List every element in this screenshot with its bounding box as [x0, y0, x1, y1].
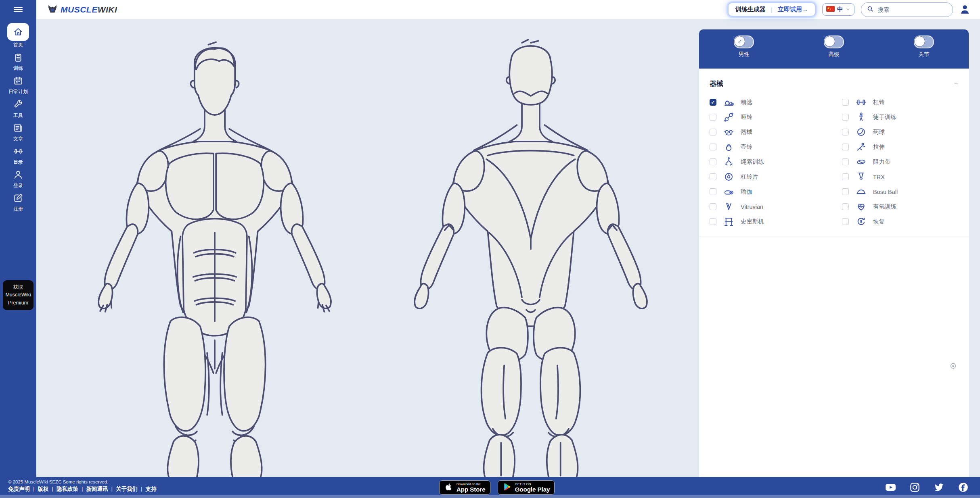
checkbox-bodyweight[interactable] — [842, 114, 849, 121]
sidebar-item-directory[interactable]: 目录 — [0, 144, 36, 165]
equipment-label: Vitruvian — [741, 204, 763, 210]
twitter-icon[interactable] — [934, 482, 944, 493]
equipment-label: 药球 — [873, 128, 885, 136]
checkbox-smith-machine[interactable] — [710, 218, 716, 225]
try-now-link[interactable]: 立即试用→ — [778, 6, 808, 13]
equipment-item-kettlebells[interactable]: 壶铃 — [710, 140, 842, 154]
premium-banner[interactable]: 获取 MuscleWiki Premium — [3, 280, 34, 310]
home-icon — [7, 23, 29, 41]
china-flag-icon — [826, 6, 835, 13]
instagram-icon[interactable] — [909, 482, 920, 493]
equipment-item-plate[interactable]: 杠铃片 — [710, 169, 842, 184]
footer-link-4[interactable]: 关于我们 — [116, 485, 138, 493]
facebook-icon[interactable] — [958, 482, 969, 493]
horizontal-scrollbar[interactable] — [0, 495, 980, 498]
checkbox-featured[interactable]: ✓ — [710, 99, 716, 106]
bodyweight-icon — [854, 112, 868, 123]
settings-gear-icon[interactable] — [950, 363, 957, 371]
equipment-label: TRX — [873, 174, 885, 180]
band-icon — [854, 156, 868, 167]
yoga-icon — [721, 186, 736, 197]
equipment-label: Bosu Ball — [873, 189, 898, 195]
equipment-item-cables[interactable]: 绳索训练 — [710, 154, 842, 169]
equipment-item-stretches[interactable]: 拉伸 — [842, 140, 958, 154]
checkbox-cables[interactable] — [710, 158, 716, 165]
checkbox-dumbbells[interactable] — [710, 114, 716, 121]
toggle-block-joints: 关节 — [879, 35, 969, 58]
equipment-item-dumbbells[interactable]: 哑铃 — [710, 110, 842, 125]
sidebar-item-login[interactable]: 登录 — [0, 168, 36, 188]
sidebar-item-register[interactable]: 注册 — [0, 191, 36, 212]
sidebar-item-home[interactable]: 首页 — [0, 23, 36, 48]
youtube-icon[interactable] — [885, 482, 896, 493]
equipment-item-cardio[interactable]: 有氧训练 — [842, 199, 958, 214]
sidebar-item-label: 日常计划 — [8, 89, 28, 94]
footer-link-1[interactable]: 版权 — [38, 485, 49, 493]
footer-link-2[interactable]: 隐私政策 — [57, 485, 78, 493]
toggle-gender[interactable]: ♂ — [734, 35, 754, 48]
equipment-item-trx[interactable]: TRX — [842, 169, 958, 184]
checkbox-band[interactable] — [842, 158, 849, 165]
front-body-figure[interactable] — [75, 24, 354, 477]
musclewiki-logo-icon — [47, 3, 58, 16]
equipment-label: 壶铃 — [741, 143, 752, 151]
equipment-item-band[interactable]: 阻力带 — [842, 154, 958, 169]
equipment-item-medicine-ball[interactable]: 药球 — [842, 125, 958, 140]
footer-link-0[interactable]: 免责声明 — [8, 485, 30, 493]
equipment-item-vitruvian[interactable]: Vitruvian — [710, 199, 842, 214]
filter-toggles-bar: ♂男性高级关节 — [699, 29, 969, 69]
top-header: MUSCLEWIKI 训练生成器 | 立即试用→ 中 — [36, 0, 980, 19]
equipment-item-recovery[interactable]: 恢复 — [842, 214, 958, 229]
sidebar-item-articles[interactable]: 文章 — [0, 121, 36, 142]
google-play-badge[interactable]: GET IT ONGoogle Play — [498, 480, 555, 495]
featured-icon — [721, 97, 736, 108]
footer-link-5[interactable]: 支持 — [146, 485, 157, 493]
sidebar-item-label: 登录 — [13, 183, 23, 188]
equipment-label: 绳索训练 — [741, 158, 764, 166]
checkbox-kettlebells[interactable] — [710, 144, 716, 150]
checkbox-stretches[interactable] — [842, 144, 849, 150]
checkbox-bosu-ball[interactable] — [842, 188, 849, 195]
footer-link-3[interactable]: 新闻通讯 — [86, 485, 108, 493]
back-body-figure[interactable] — [392, 24, 670, 477]
toggle-block-gender: ♂男性 — [699, 35, 789, 58]
checkbox-trx[interactable] — [842, 173, 849, 180]
sidebar-item-tools[interactable]: 工具 — [0, 98, 36, 118]
account-icon[interactable] — [959, 4, 970, 15]
checkbox-cardio[interactable] — [842, 203, 849, 210]
sidebar-item-workouts[interactable]: 训练 — [0, 50, 36, 71]
musclewiki-app: MUSCLEWIKI 训练生成器 | 立即试用→ 中 — [0, 0, 980, 498]
workout-generator-button[interactable]: 训练生成器 — [735, 6, 766, 13]
equipment-item-featured[interactable]: ✓精选 — [710, 95, 842, 110]
directory-icon — [9, 144, 27, 158]
checkbox-barbell[interactable] — [842, 99, 849, 106]
equipment-label: 杠铃片 — [741, 173, 758, 181]
search-input[interactable] — [877, 6, 947, 13]
equipment-item-bosu-ball[interactable]: Bosu Ball — [842, 184, 958, 199]
equipment-item-yoga[interactable]: 瑜伽 — [710, 184, 842, 199]
hamburger-menu-icon[interactable] — [0, 0, 36, 19]
checkbox-recovery[interactable] — [842, 218, 849, 225]
app-store-badge[interactable]: Download on theApp Store — [439, 480, 490, 495]
equipment-item-barbell[interactable]: 杠铃 — [842, 95, 958, 110]
equipment-item-machine[interactable]: 器械 — [710, 125, 842, 140]
checkbox-medicine-ball[interactable] — [842, 129, 849, 135]
musclewiki-logo[interactable]: MUSCLEWIKI — [47, 3, 117, 16]
workouts-icon — [9, 50, 27, 64]
toggle-advanced[interactable] — [824, 35, 844, 48]
equipment-label: 瑜伽 — [741, 188, 752, 196]
checkbox-yoga[interactable] — [710, 188, 716, 195]
equipment-item-bodyweight[interactable]: 徒手训练 — [842, 110, 958, 125]
toggle-joints[interactable] — [914, 35, 934, 48]
chevron-down-icon — [846, 6, 850, 13]
barbell-icon — [854, 97, 868, 108]
collapse-section-button[interactable]: − — [954, 80, 958, 88]
trx-icon — [854, 171, 868, 182]
sidebar-item-daily-plans[interactable]: 日常计划 — [0, 74, 36, 94]
checkbox-plate[interactable] — [710, 173, 716, 180]
equipment-item-smith-machine[interactable]: 史密斯机 — [710, 214, 842, 229]
checkbox-machine[interactable] — [710, 129, 716, 135]
equipment-label: 杠铃 — [873, 98, 885, 106]
language-selector[interactable]: 中 — [822, 3, 854, 16]
checkbox-vitruvian[interactable] — [710, 203, 716, 210]
